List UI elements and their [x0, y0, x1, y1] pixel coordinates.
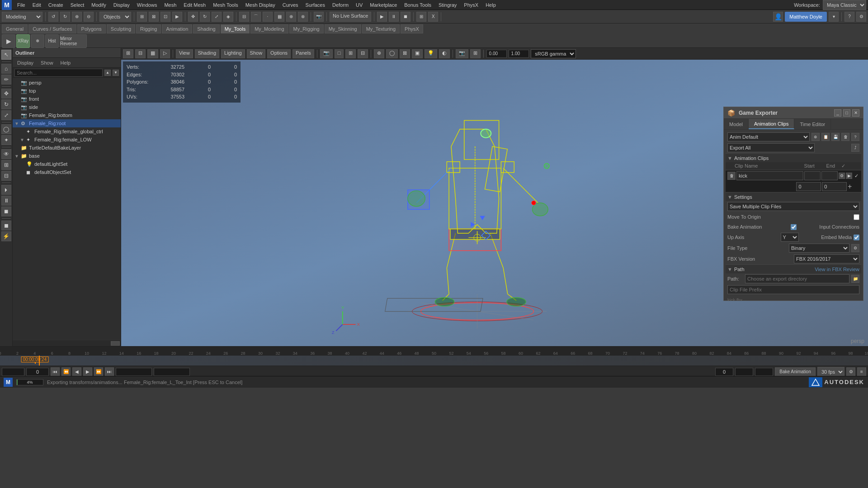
- ge-filetype-dropdown[interactable]: Binary ASCII: [789, 244, 849, 253]
- next-frame-btn[interactable]: ⏩: [94, 367, 103, 376]
- range-start-range[interactable]: [715, 368, 733, 376]
- ge-maximize-btn[interactable]: □: [843, 109, 850, 117]
- settings-play-btn[interactable]: ⚙: [846, 367, 855, 376]
- sculpt-tool[interactable]: ◯: [1, 124, 11, 134]
- gamma-input[interactable]: [509, 50, 529, 58]
- ge-anim-default-dropdown[interactable]: Anim Default: [727, 132, 810, 141]
- ge-close-btn[interactable]: ✕: [852, 109, 859, 117]
- render1[interactable]: ▶: [377, 12, 387, 22]
- ge-add-btn[interactable]: +: [848, 183, 859, 191]
- anim-tool3[interactable]: ⏹: [1, 206, 11, 216]
- tree-item-fem-bottom[interactable]: 📷 Female_Rig:bottom: [13, 111, 121, 119]
- menu-maya-icon[interactable]: M: [2, 0, 12, 10]
- play-back-btn[interactable]: ◀: [72, 367, 81, 376]
- view-menu[interactable]: View: [176, 49, 193, 58]
- snap-plane[interactable]: ▦: [274, 12, 284, 22]
- anim-tool2[interactable]: ⏸: [1, 196, 11, 206]
- tree-item-persp[interactable]: 📷 persp: [13, 79, 121, 87]
- tree-item-fem-low[interactable]: ▼ ✦ Female_Rig:female_LOW: [13, 136, 121, 144]
- ge-tab-anim[interactable]: Animation Clips: [749, 119, 794, 129]
- shelf-tab-myskinning[interactable]: My_Skinning: [325, 24, 361, 33]
- ge-preset-btn4[interactable]: 🗑: [841, 133, 849, 141]
- tree-item-turtle[interactable]: 📁 TurtleDefaultBakeLayer: [13, 144, 121, 152]
- outliner-search-input[interactable]: [14, 69, 103, 77]
- tree-item-top[interactable]: 📷 top: [13, 87, 121, 95]
- rotate-tool[interactable]: ↻: [200, 12, 210, 22]
- outliner-scroll-up[interactable]: ▲: [104, 70, 111, 76]
- render2[interactable]: ⏸: [389, 12, 399, 22]
- ge-fbxver-dropdown[interactable]: FBX 2016/2017 FBX 2014/2015: [794, 254, 859, 263]
- ge-preset-btn1[interactable]: ⊕: [811, 133, 820, 141]
- tool3[interactable]: ⊕: [72, 12, 82, 22]
- ge-preset-btn2[interactable]: 📋: [821, 133, 830, 141]
- shelf-tab-animation[interactable]: Animation: [162, 24, 192, 33]
- shelf-tab-sculpting[interactable]: Sculpting: [107, 24, 135, 33]
- ge-path-section[interactable]: ▼ Path View in FBX Review: [726, 264, 861, 273]
- range-start-input[interactable]: 0: [2, 368, 24, 376]
- prev-frame-btn[interactable]: ⏪: [61, 367, 71, 376]
- paint2-tool[interactable]: ✦: [1, 135, 11, 145]
- settings-icon[interactable]: ⚙: [856, 12, 866, 22]
- shelf-hist-btn[interactable]: Hist: [45, 34, 59, 48]
- shelf-tab-curves[interactable]: Curves / Surfaces: [28, 24, 76, 33]
- user-dropdown-arrow[interactable]: ▾: [829, 12, 839, 22]
- ge-tab-model[interactable]: Model: [724, 119, 749, 129]
- ge-path-input[interactable]: [745, 274, 849, 283]
- vp-res2[interactable]: ⊞: [470, 49, 481, 58]
- lighting-menu[interactable]: Lighting: [221, 49, 245, 58]
- go-start-btn[interactable]: ⏮: [51, 367, 60, 376]
- shelf-tab-shading[interactable]: Shading: [193, 24, 219, 33]
- ge-clip-sub-end[interactable]: [822, 182, 847, 191]
- ge-clip-end-input[interactable]: 100: [821, 171, 838, 180]
- ge-clip-sub-start[interactable]: [796, 182, 821, 191]
- vp-btn-3[interactable]: ▦: [147, 49, 158, 58]
- ge-settings-section[interactable]: ▼ Settings: [726, 192, 861, 201]
- shelf-tab-mytools[interactable]: My_Tools: [221, 24, 250, 33]
- shelf-tab-myrigging[interactable]: My_Rigging: [289, 24, 324, 33]
- mode-dropdown[interactable]: Modeling: [2, 12, 42, 22]
- tree-item-front[interactable]: 📷 front: [13, 95, 121, 103]
- snap6[interactable]: ⊗: [298, 12, 308, 22]
- ge-clip-delete-btn[interactable]: 🗑: [727, 172, 736, 180]
- vp-layout1[interactable]: □: [335, 49, 344, 58]
- fps-dropdown[interactable]: 30 fps 24 fps 60 fps: [817, 367, 844, 376]
- camera-btn[interactable]: 📷: [314, 12, 324, 22]
- move-tool-left[interactable]: ✥: [1, 89, 11, 99]
- show-menu[interactable]: Show: [247, 49, 266, 58]
- tree-item-obj-set[interactable]: ◼ defaultObjectSet: [13, 168, 121, 176]
- menu-display[interactable]: Display: [110, 1, 133, 9]
- tree-item-fem-root[interactable]: ▼ ⚙ Female_Rig:root: [13, 119, 121, 127]
- timeline-bar[interactable]: 00:00:00:24: [0, 356, 868, 366]
- ge-preset-btn5[interactable]: ?: [851, 133, 859, 141]
- vp-snap[interactable]: ⊕: [374, 49, 384, 58]
- lasso-tool[interactable]: ⌂: [1, 64, 11, 74]
- shelf-mirror-btn[interactable]: Mirror Reverse: [60, 34, 87, 48]
- undo-btn[interactable]: ↺: [48, 12, 58, 22]
- snap1[interactable]: ⊞: [137, 12, 147, 22]
- scale-tool[interactable]: ⤢: [212, 12, 222, 22]
- shelf-tab-polygons[interactable]: Polygons: [77, 24, 106, 33]
- ge-bake-check[interactable]: [791, 224, 797, 230]
- ge-filetype-settings-btn[interactable]: ⚙: [851, 244, 859, 252]
- ge-path-browse-btn[interactable]: 📁: [851, 275, 859, 283]
- menu-bonus-tools[interactable]: Bonus Tools: [401, 1, 435, 9]
- ge-clip-prefix-input[interactable]: [727, 285, 859, 294]
- shelf-tab-rigging[interactable]: Rigging: [136, 24, 161, 33]
- vp-camera2[interactable]: 📷: [456, 49, 468, 58]
- move-tool[interactable]: ✥: [188, 12, 198, 22]
- menu-select[interactable]: Select: [67, 1, 88, 9]
- menu-file[interactable]: File: [14, 1, 29, 9]
- vp-layout3[interactable]: ⊟: [358, 49, 368, 58]
- current-time-input[interactable]: 00:00:00:24: [116, 368, 152, 376]
- tree-item-global-ctrl[interactable]: ✦ Female_Rig:female_global_ctrl: [13, 127, 121, 136]
- anim-layer-btn[interactable]: Bake Animation: [775, 367, 816, 376]
- play-fwd-btn[interactable]: ▶: [83, 367, 92, 376]
- res2[interactable]: X: [428, 12, 438, 22]
- vp-layout2[interactable]: ⊞: [345, 49, 356, 58]
- ge-upaxis-dropdown[interactable]: Y Z: [781, 233, 799, 242]
- ge-embed-check[interactable]: [854, 235, 859, 240]
- gamma-dropdown[interactable]: sRGB gamma: [531, 49, 576, 58]
- paint-tool[interactable]: ✏: [1, 75, 11, 84]
- res1[interactable]: ⊞: [416, 12, 426, 22]
- ge-save-multiple-dropdown[interactable]: Save Multiple Clip Files: [727, 202, 859, 211]
